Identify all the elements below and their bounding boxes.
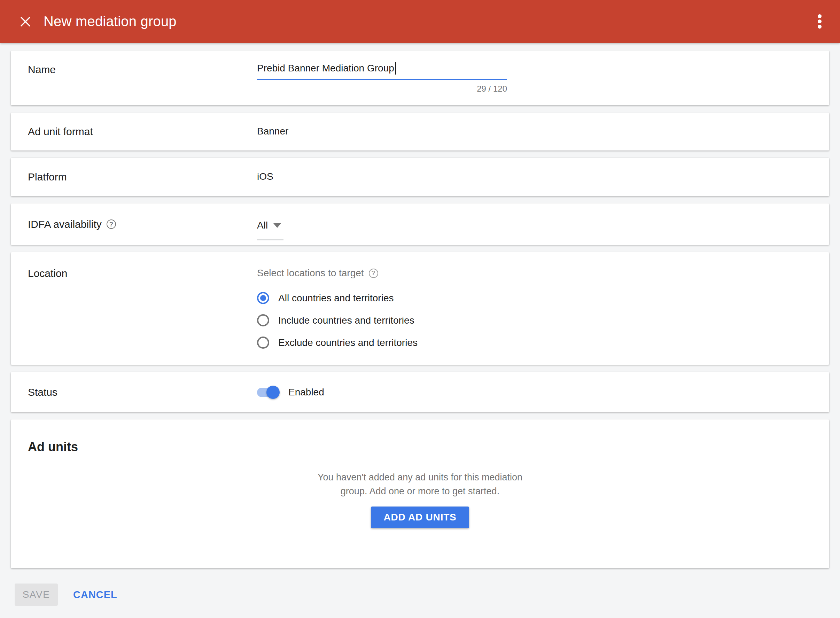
ad-unit-format-value: Banner bbox=[257, 126, 288, 138]
status-value: Enabled bbox=[288, 387, 324, 398]
idfa-card: IDFA availability ? All bbox=[11, 204, 829, 245]
name-input[interactable]: Prebid Banner Mediation Group bbox=[257, 62, 507, 80]
ad-units-heading: Ad units bbox=[28, 440, 829, 454]
toggle-knob bbox=[266, 386, 280, 399]
ad-unit-format-label: Ad unit format bbox=[28, 126, 257, 138]
radio-icon bbox=[257, 337, 269, 349]
ad-unit-format-card: Ad unit format Banner bbox=[11, 113, 829, 150]
dropdown-arrow-icon bbox=[273, 223, 281, 228]
app-bar: New mediation group bbox=[0, 0, 840, 43]
idfa-label: IDFA availability bbox=[28, 218, 102, 230]
radio-exclude-countries[interactable]: Exclude countries and territories bbox=[257, 337, 417, 349]
location-label: Location bbox=[28, 267, 257, 359]
close-icon bbox=[20, 16, 31, 27]
select-underline bbox=[257, 239, 283, 241]
location-card: Location Select locations to target ? Al… bbox=[11, 252, 829, 365]
location-help-icon[interactable]: ? bbox=[369, 269, 378, 278]
ad-units-empty-text: You haven't added any ad units for this … bbox=[312, 470, 528, 498]
name-card: Name Prebid Banner Mediation Group 29 / … bbox=[11, 51, 829, 105]
platform-label: Platform bbox=[28, 171, 257, 183]
char-counter: 29 / 120 bbox=[257, 84, 507, 94]
status-card: Status Enabled bbox=[11, 372, 829, 412]
radio-all-countries[interactable]: All countries and territories bbox=[257, 292, 417, 304]
radio-icon bbox=[257, 292, 269, 304]
location-prompt: Select locations to target bbox=[257, 267, 364, 279]
name-label: Name bbox=[28, 62, 257, 94]
idfa-help-icon[interactable]: ? bbox=[107, 220, 116, 229]
close-button[interactable] bbox=[18, 15, 33, 28]
save-button[interactable]: SAVE bbox=[15, 584, 58, 606]
add-ad-units-button[interactable]: ADD AD UNITS bbox=[371, 507, 469, 528]
platform-card: Platform iOS bbox=[11, 158, 829, 196]
name-input-value: Prebid Banner Mediation Group bbox=[257, 63, 394, 74]
radio-include-countries[interactable]: Include countries and territories bbox=[257, 314, 417, 327]
status-label: Status bbox=[28, 386, 257, 398]
ad-units-card: Ad units You haven't added any ad units … bbox=[11, 419, 829, 568]
idfa-select[interactable]: All bbox=[257, 220, 283, 241]
idfa-selected-value: All bbox=[257, 220, 268, 231]
footer-actions: SAVE CANCEL bbox=[15, 584, 829, 606]
form-page: Name Prebid Banner Mediation Group 29 / … bbox=[0, 43, 840, 606]
page-title: New mediation group bbox=[43, 13, 177, 29]
text-caret bbox=[395, 62, 396, 74]
platform-value: iOS bbox=[257, 171, 273, 183]
location-radio-group: All countries and territories Include co… bbox=[257, 292, 417, 349]
radio-icon bbox=[257, 314, 269, 327]
kebab-menu-icon[interactable] bbox=[812, 13, 827, 31]
cancel-button[interactable]: CANCEL bbox=[73, 589, 117, 600]
status-toggle[interactable] bbox=[257, 385, 280, 399]
